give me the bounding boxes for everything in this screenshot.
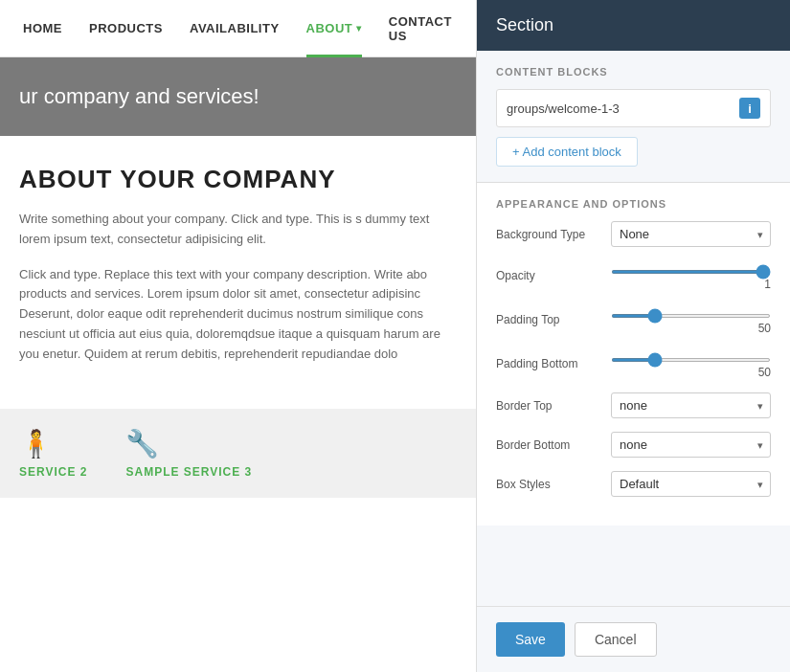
section-editor-panel: Section CONTENT BLOCKS groups/welcome-1-… (476, 0, 790, 672)
box-styles-select[interactable]: Default Shadow Bordered (611, 471, 771, 497)
padding-bottom-row: Padding Bottom 50 (496, 348, 771, 379)
border-top-row: Border Top none solid dashed ▾ (496, 392, 771, 418)
opacity-row: Opacity 1 (496, 260, 771, 291)
padding-top-row: Padding Top 50 (496, 304, 771, 335)
box-styles-label: Box Styles (496, 478, 601, 491)
info-button[interactable]: i (739, 98, 760, 119)
border-top-control: none solid dashed ▾ (611, 392, 771, 418)
background-type-control: None Color Image Video ▾ (611, 221, 771, 247)
editor-header: Section (477, 0, 790, 51)
nav-item-home[interactable]: HOME (10, 0, 76, 57)
padding-top-control: 50 (611, 304, 771, 335)
border-top-select[interactable]: none solid dashed (611, 392, 771, 418)
nav-bar: HOME PRODUCTS AVAILABILITY ABOUT ▾ CONTA… (0, 0, 476, 57)
website-preview: HOME PRODUCTS AVAILABILITY ABOUT ▾ CONTA… (0, 0, 476, 672)
background-type-select[interactable]: None Color Image Video (611, 221, 771, 247)
hero-section: ur company and services! (0, 57, 476, 136)
add-block-label: + Add content block (512, 145, 621, 159)
padding-bottom-value: 50 (611, 366, 771, 379)
opacity-value: 1 (611, 278, 771, 291)
content-block-row: groups/welcome-1-3 i (496, 89, 771, 127)
services-section: 🧍 SERVICE 2 🔧 SAMPLE SERVICE 3 (0, 409, 476, 498)
border-bottom-control: none solid dashed ▾ (611, 432, 771, 458)
border-bottom-row: Border Bottom none solid dashed ▾ (496, 432, 771, 458)
add-content-block-button[interactable]: + Add content block (496, 137, 638, 167)
content-blocks-section: CONTENT BLOCKS groups/welcome-1-3 i + Ad… (477, 51, 790, 182)
appearance-label: APPEARANCE AND OPTIONS (496, 198, 771, 210)
appearance-section: APPEARANCE AND OPTIONS Background Type N… (477, 183, 790, 526)
cancel-button[interactable]: Cancel (575, 622, 657, 657)
nav-item-about[interactable]: ABOUT ▾ (293, 0, 375, 57)
service-3-label: SAMPLE SERVICE 3 (125, 465, 252, 479)
nav-item-products[interactable]: PRODUCTS (76, 0, 176, 57)
box-styles-control: Default Shadow Bordered ▾ (611, 471, 771, 497)
padding-bottom-control: 50 (611, 348, 771, 379)
content-section: ABOUT YOUR COMPANY Write something about… (0, 136, 476, 409)
person-icon: 🧍 (19, 428, 53, 459)
wrench-icon: 🔧 (125, 428, 159, 459)
about-dropdown-icon: ▾ (356, 23, 362, 34)
content-heading: ABOUT YOUR COMPANY (19, 165, 457, 194)
save-button[interactable]: Save (496, 622, 565, 657)
content-blocks-label: CONTENT BLOCKS (496, 66, 771, 78)
background-type-label: Background Type (496, 228, 601, 241)
editor-footer: Save Cancel (477, 606, 790, 672)
padding-top-slider[interactable] (611, 314, 771, 318)
padding-top-label: Padding Top (496, 313, 601, 326)
service-item-2: 🧍 SERVICE 2 (19, 428, 87, 479)
nav-item-contact[interactable]: CONTACT US (375, 0, 466, 57)
padding-bottom-label: Padding Bottom (496, 357, 601, 370)
content-paragraph2: Click and type. Replace this text with y… (19, 265, 457, 365)
service-2-label: SERVICE 2 (19, 465, 87, 479)
opacity-slider[interactable] (611, 270, 771, 274)
padding-bottom-slider[interactable] (611, 358, 771, 362)
nav-item-availability[interactable]: AVAILABILITY (176, 0, 293, 57)
content-block-name: groups/welcome-1-3 (507, 101, 732, 116)
border-top-label: Border Top (496, 399, 601, 413)
border-bottom-label: Border Bottom (496, 438, 601, 452)
box-styles-row: Box Styles Default Shadow Bordered ▾ (496, 471, 771, 497)
editor-body: CONTENT BLOCKS groups/welcome-1-3 i + Ad… (477, 51, 790, 606)
padding-top-value: 50 (611, 322, 771, 335)
hero-title: ur company and services! (19, 84, 457, 109)
background-type-row: Background Type None Color Image Video ▾ (496, 221, 771, 247)
border-bottom-select[interactable]: none solid dashed (611, 432, 771, 458)
opacity-label: Opacity (496, 269, 601, 282)
editor-title: Section (496, 15, 553, 34)
opacity-control: 1 (611, 260, 771, 291)
service-item-3: 🔧 SAMPLE SERVICE 3 (125, 428, 252, 479)
content-paragraph1: Write something about your company. Clic… (19, 210, 457, 250)
